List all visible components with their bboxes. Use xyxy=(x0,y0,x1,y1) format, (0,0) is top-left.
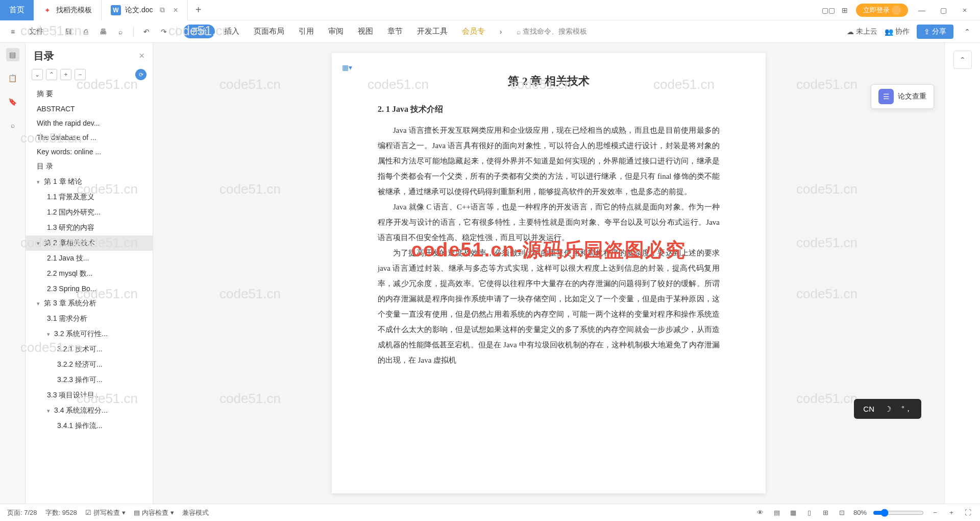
new-tab-button[interactable]: + xyxy=(188,4,209,16)
file-menu[interactable]: 文件 xyxy=(23,25,49,38)
zoom-in-icon[interactable]: + xyxy=(946,508,957,518)
tab-view[interactable]: 视图 xyxy=(353,25,378,38)
preview-icon[interactable]: ⌕ xyxy=(114,25,127,38)
toc-item[interactable]: 3.1 需求分析 xyxy=(26,311,153,326)
print-icon[interactable]: 🖶 xyxy=(96,25,110,38)
view-page-icon[interactable]: ▤ xyxy=(772,508,782,518)
saveas-icon[interactable]: ⎙ xyxy=(79,25,92,38)
login-label: 立即登录 xyxy=(863,6,890,15)
toc-item-label: 第 1 章 绪论 xyxy=(44,177,82,186)
toc-title: 目录 xyxy=(34,49,54,63)
page-indicator[interactable]: 页面: 7/28 xyxy=(7,508,37,517)
document-area[interactable]: ▦▾ 第 2 章 相关技术 2. 1 Java 技术介绍 Java 语言擅长开发… xyxy=(153,43,944,504)
view-web-icon[interactable]: ▦ xyxy=(788,508,798,518)
word-count[interactable]: 字数: 9528 xyxy=(45,508,77,517)
toc-item[interactable]: 1.1 背景及意义 xyxy=(26,190,153,205)
collab-icon: 👥 xyxy=(885,28,893,36)
clipboard-icon[interactable]: 📋 xyxy=(6,72,19,85)
toc-item[interactable]: 3.3 项目设计目... xyxy=(26,388,153,403)
add-icon[interactable]: + xyxy=(60,69,71,80)
page-options-icon[interactable]: ▦▾ xyxy=(342,63,352,72)
collapse-all-icon[interactable]: ⌄ xyxy=(32,69,43,80)
tab-document[interactable]: W 论文.doc ⧉ × xyxy=(102,0,188,20)
login-button[interactable]: 立即登录 xyxy=(856,4,908,17)
toc-item[interactable]: 2.3 Spring Bo... xyxy=(26,281,153,296)
cloud-button[interactable]: ☁ 未上云 xyxy=(847,27,877,36)
tab-layout[interactable]: 页面布局 xyxy=(249,25,289,38)
bookmark-icon[interactable]: 🔖 xyxy=(6,95,19,108)
toc-item[interactable]: ▾第 3 章 系统分析 xyxy=(26,296,153,311)
left-sidebar: ▤ 📋 🔖 ⌕ xyxy=(0,43,26,504)
tab-vip[interactable]: 会员专 xyxy=(457,25,490,38)
spell-check[interactable]: ☑ 拼写检查 ▾ xyxy=(85,508,126,517)
tab-insert[interactable]: 插入 xyxy=(219,25,244,38)
tab-chapter[interactable]: 章节 xyxy=(382,25,408,38)
fullscreen-icon[interactable]: ⛶ xyxy=(963,508,973,518)
close-icon[interactable]: × xyxy=(173,6,178,15)
outline-icon[interactable]: ▤ xyxy=(6,48,19,61)
maximize-button[interactable]: ▢ xyxy=(936,3,951,18)
toc-item[interactable]: With the rapid dev... xyxy=(26,116,153,130)
external-icon[interactable]: ⧉ xyxy=(160,6,165,14)
sync-icon[interactable]: ⟳ xyxy=(135,69,146,80)
toc-item[interactable]: 3.2.1 技术可... xyxy=(26,342,153,357)
minimize-button[interactable]: — xyxy=(914,3,929,18)
tab-start[interactable]: 开始 xyxy=(183,25,215,38)
toc-item[interactable]: ▾3.4 系统流程分... xyxy=(26,403,153,418)
zoom-slider[interactable] xyxy=(873,509,924,517)
grid-icon[interactable]: ⊞ xyxy=(840,5,850,15)
tab-ref[interactable]: 引用 xyxy=(293,25,319,38)
section-title: 2. 1 Java 技术介绍 xyxy=(378,104,720,115)
view-outline-icon[interactable]: ▯ xyxy=(804,508,815,518)
close-button[interactable]: × xyxy=(957,3,972,18)
toc-item[interactable]: The database of ... xyxy=(26,130,153,145)
toc-item[interactable]: 目 录 xyxy=(26,159,153,174)
toc-item-label: 3.1 需求分析 xyxy=(47,314,87,323)
toc-close-icon[interactable]: × xyxy=(139,51,144,61)
toc-item[interactable]: Key words: online ... xyxy=(26,145,153,159)
zoom-out-icon[interactable]: − xyxy=(930,508,940,518)
menu-icon[interactable]: ≡ xyxy=(6,25,19,38)
search-box[interactable]: ⌕ 查找命令、搜索模板 xyxy=(517,27,587,36)
toc-item[interactable]: 3.2.3 操作可... xyxy=(26,372,153,388)
toc-item-label: 目 录 xyxy=(37,162,53,171)
toc-item[interactable]: 3.4.1 操作流... xyxy=(26,418,153,434)
save-icon[interactable]: 🖫 xyxy=(62,25,75,38)
layout-icon[interactable]: ▢▢ xyxy=(823,5,834,15)
toc-item[interactable]: 3.2.2 经济可... xyxy=(26,357,153,372)
tab-home[interactable]: 首页 xyxy=(0,0,34,20)
tab-review[interactable]: 审阅 xyxy=(323,25,349,38)
zoom-level[interactable]: 80% xyxy=(853,509,867,516)
tab-dev[interactable]: 开发工具 xyxy=(412,25,453,38)
zoom-fit-icon[interactable]: ⊡ xyxy=(837,508,847,518)
toc-item[interactable]: 2.1 Java 技... xyxy=(26,251,153,266)
collapse-icon[interactable]: ⌃ xyxy=(961,25,974,38)
toc-item[interactable]: ▾3.2 系统可行性... xyxy=(26,326,153,342)
redo-icon[interactable]: ↷ xyxy=(157,25,170,38)
toc-item[interactable]: 1.3 研究的内容 xyxy=(26,220,153,235)
remove-icon[interactable]: − xyxy=(75,69,86,80)
search-panel-icon[interactable]: ⌕ xyxy=(6,119,19,132)
toc-item-label: With the rapid dev... xyxy=(37,119,100,127)
toc-item-label: 1.2 国内外研究... xyxy=(47,208,101,217)
paragraph: Java 语言擅长开发互联网类应用和企业级应用，现在已经相当的成熟，而且也是目前… xyxy=(378,123,720,199)
undo-icon[interactable]: ↶ xyxy=(140,25,153,38)
collab-button[interactable]: 👥 协作 xyxy=(885,27,910,36)
view-read-icon[interactable]: ⊞ xyxy=(821,508,831,518)
toc-item[interactable]: 1.2 国内外研究... xyxy=(26,205,153,220)
collapse-panel-icon[interactable]: ⌃ xyxy=(953,51,972,69)
toc-item[interactable]: 摘 要 xyxy=(26,86,153,102)
toc-item[interactable]: ABSTRACT xyxy=(26,102,153,116)
more-icon[interactable]: › xyxy=(494,25,507,38)
expand-all-icon[interactable]: ⌃ xyxy=(46,69,57,80)
toc-item-label: 第 3 章 系统分析 xyxy=(44,299,96,308)
view-eye-icon[interactable]: 👁 xyxy=(755,508,766,518)
toc-item[interactable]: ▾第 1 章 绪论 xyxy=(26,174,153,190)
share-button[interactable]: ⇪ 分享 xyxy=(917,25,953,39)
content-check[interactable]: ▤ 内容检查 ▾ xyxy=(134,508,174,517)
page: ▦▾ 第 2 章 相关技术 2. 1 Java 技术介绍 Java 语言擅长开发… xyxy=(332,53,766,493)
toc-item[interactable]: 2.2 mysql 数... xyxy=(26,266,153,281)
plagiarism-check-tool[interactable]: ☰ 论文查重 xyxy=(871,84,934,109)
tab-template[interactable]: ✦ 找稻壳模板 xyxy=(34,0,102,20)
toc-item[interactable]: ▾第 2 章相关技术 xyxy=(26,235,153,251)
